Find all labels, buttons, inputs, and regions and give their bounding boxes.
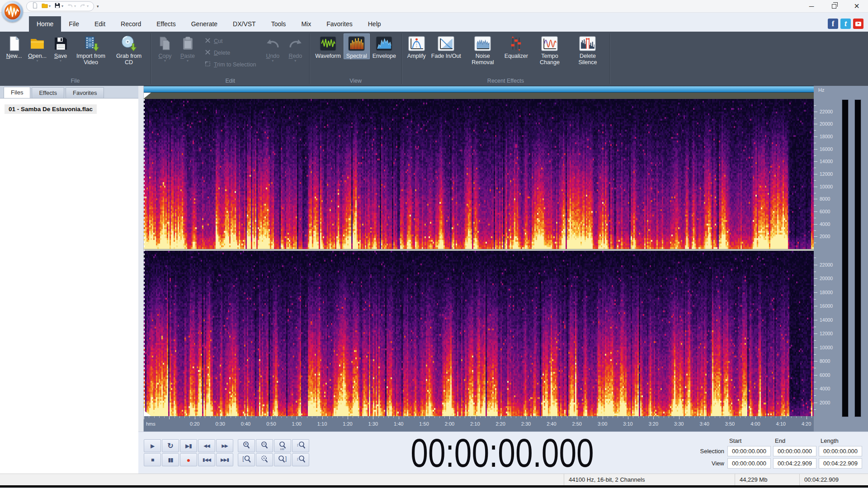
- menu-tab-record[interactable]: Record: [113, 16, 149, 32]
- selection-bottom-handle[interactable]: [144, 410, 151, 416]
- undo-button[interactable]: Undo▾: [261, 33, 284, 63]
- menu-tab-effects[interactable]: Effects: [149, 16, 184, 32]
- open-button[interactable]: Open...▾: [25, 33, 49, 63]
- menu-tab-mix[interactable]: Mix: [293, 16, 319, 32]
- view-end-field[interactable]: 00:04:22.909: [773, 458, 816, 469]
- stop-button[interactable]: ■: [144, 453, 161, 466]
- menu-tab-generate[interactable]: Generate: [184, 16, 225, 32]
- time-tick: [343, 416, 343, 418]
- time-tick: [241, 416, 241, 418]
- play-button[interactable]: ▶: [144, 439, 161, 452]
- undo-quick-button[interactable]: ▾: [66, 2, 77, 10]
- grab-from-cd-button[interactable]: Grab from CD: [110, 33, 148, 66]
- selection-start-handle[interactable]: [144, 93, 151, 99]
- app-logo-button[interactable]: [2, 1, 23, 22]
- restore-button[interactable]: [823, 0, 845, 13]
- page-quick-button[interactable]: [31, 2, 39, 10]
- new-button[interactable]: New...: [3, 33, 25, 59]
- trim-to-selection-button[interactable]: Trim to Selection: [204, 61, 256, 69]
- rewind-button[interactable]: ◀◀: [198, 439, 215, 452]
- loop-button[interactable]: ↻: [162, 439, 179, 452]
- sidebar-tab-effects[interactable]: Effects: [32, 87, 64, 98]
- time-ruler[interactable]: hms 0:200:300:400:501:001:101:201:301:40…: [144, 416, 814, 432]
- ribbon-group-label: Recent Effects: [405, 77, 607, 86]
- time-tick: [541, 416, 542, 418]
- horizontal-scrollbar[interactable]: [144, 86, 814, 93]
- position-marker-bar[interactable]: [144, 93, 814, 99]
- selection-row-label-selection: Selection: [695, 448, 725, 455]
- selection-end-field[interactable]: 00:00:00.000: [773, 446, 816, 456]
- copy-button[interactable]: Copy▾: [154, 33, 176, 63]
- menu-tab-tools[interactable]: Tools: [264, 16, 294, 32]
- sidebar-tab-favorites[interactable]: Favorites: [66, 87, 104, 98]
- zoom-selection-end-button[interactable]: ]: [274, 453, 291, 466]
- view-length-field[interactable]: 00:04:22.909: [819, 458, 862, 469]
- file-list-item[interactable]: 01 - Samba De Eslavonia.flac: [5, 104, 97, 114]
- redo-button[interactable]: Redo▾: [284, 33, 307, 63]
- menu-tab-dx-vst[interactable]: DX/VST: [225, 16, 264, 32]
- fade-in-out-button[interactable]: Fade In/Out: [429, 33, 464, 59]
- menu-tab-file[interactable]: File: [61, 16, 87, 32]
- zoom-vertical-in-button[interactable]: ↕: [292, 439, 309, 452]
- pause-button[interactable]: ▮▮: [162, 453, 179, 466]
- record-button[interactable]: ●: [180, 453, 197, 466]
- waveform-button[interactable]: Waveform: [312, 33, 344, 59]
- quick-access-customize-button[interactable]: ▾: [97, 4, 99, 9]
- time-tick: [801, 416, 802, 418]
- zoom-100-button[interactable]: 100: [274, 439, 291, 452]
- envelope-button[interactable]: Envelope: [370, 33, 399, 59]
- save-quick-button[interactable]: ▾: [53, 2, 64, 10]
- go-to-end-button[interactable]: ▶▶▮: [216, 453, 233, 466]
- play-to-end-button[interactable]: ▶▮: [180, 439, 197, 452]
- dropdown-caret-icon: ▾: [187, 59, 189, 63]
- spectrogram-channel-2[interactable]: [144, 251, 814, 416]
- selection-start-field[interactable]: 00:00:00.000: [727, 446, 771, 456]
- folder-quick-button[interactable]: ▾: [41, 2, 52, 10]
- import-from-video-button[interactable]: Import from Video: [72, 33, 110, 66]
- frequency-tick-label: 18000: [820, 290, 833, 295]
- spectral-button[interactable]: Spectral: [344, 33, 370, 59]
- menu-tab-edit[interactable]: Edit: [87, 16, 113, 32]
- zoom-in-button[interactable]: +: [238, 439, 255, 452]
- paste-button[interactable]: Paste▾: [176, 33, 199, 63]
- svg-text:↕: ↕: [296, 442, 298, 447]
- time-tick-label: 2:00: [445, 421, 454, 427]
- delete-button[interactable]: Delete: [204, 49, 256, 57]
- current-time-display: 00:00:00.000: [352, 433, 653, 472]
- zoom-vertical-out-button[interactable]: ↕: [292, 453, 309, 466]
- save-button[interactable]: Save▾: [49, 33, 72, 63]
- menu-tab-home[interactable]: Home: [29, 16, 61, 32]
- redo-quick-button[interactable]: ▾: [79, 2, 90, 10]
- frequency-tick: [814, 205, 816, 206]
- tempo-change-icon: [541, 35, 558, 52]
- social-links: ft: [828, 19, 863, 32]
- dropdown-caret-icon: ▾: [37, 59, 38, 63]
- amplify-button[interactable]: Amplify: [405, 33, 429, 59]
- delete-silence-button[interactable]: Delete Silence: [569, 33, 607, 66]
- minimize-button[interactable]: ─: [800, 0, 823, 13]
- tempo-change-button[interactable]: Tempo Change: [531, 33, 569, 66]
- time-tick-label: 2:10: [470, 421, 480, 427]
- go-to-start-button[interactable]: ▮◀◀: [198, 453, 215, 466]
- fade-icon: [438, 35, 454, 52]
- facebook-icon[interactable]: f: [828, 19, 838, 29]
- spectrogram-channel-1[interactable]: [144, 99, 814, 249]
- noise-removal-button[interactable]: Noise Removal: [464, 33, 502, 66]
- equalizer-button[interactable]: Equalizer: [502, 33, 531, 59]
- zoom-selection-start-button[interactable]: [: [238, 453, 255, 466]
- view-start-field[interactable]: 00:00:00.000: [727, 458, 771, 469]
- fast-forward-button[interactable]: ▶▶: [216, 439, 233, 452]
- close-button[interactable]: ×: [845, 0, 868, 13]
- menu-tab-favorites[interactable]: Favorites: [319, 16, 360, 32]
- youtube-icon[interactable]: [853, 19, 863, 29]
- selection-length-field[interactable]: 00:00:00.000: [819, 446, 862, 456]
- twitter-icon[interactable]: t: [840, 19, 851, 29]
- zoom-out-button[interactable]: –: [256, 439, 273, 452]
- sidebar-tab-files[interactable]: Files: [4, 87, 30, 98]
- frequency-tick-label: 2000: [820, 234, 830, 239]
- time-tick-label: 3:50: [725, 421, 735, 427]
- ribbon-group-label: View: [312, 77, 398, 86]
- cut-button[interactable]: Cut: [204, 37, 256, 45]
- zoom-selection-button[interactable]: [256, 453, 273, 466]
- menu-tab-help[interactable]: Help: [360, 16, 389, 32]
